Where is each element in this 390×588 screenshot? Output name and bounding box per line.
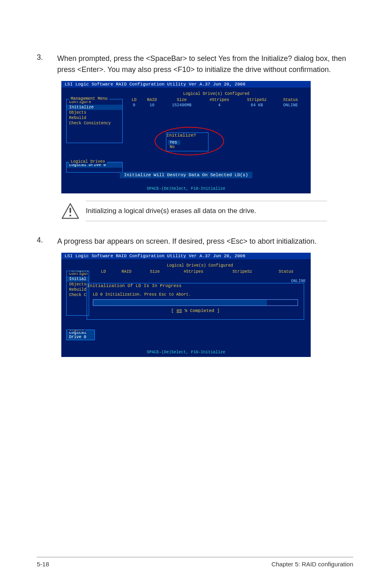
management-menu-label: Management Menu: [67, 271, 89, 273]
management-menu-box: Management Menu Configure Initialize Obj…: [66, 99, 123, 143]
progress-box-title: Initialization Of LD Is In Progress: [87, 283, 304, 288]
bios-screenshot-progress: LSI Logic Software RAID Configuration Ut…: [61, 253, 311, 357]
page-footer: 5-18 Chapter 5: RAID configuration: [37, 557, 353, 568]
initialize-yes-option[interactable]: Yes: [168, 140, 180, 145]
bios-title-bar: LSI Logic Software RAID Configuration Ut…: [61, 253, 311, 259]
bios-help-line: SPACE-(De)Select, F10-Initialize: [61, 186, 311, 193]
progress-percent-number: 85: [177, 308, 182, 313]
col-status: Status: [276, 98, 305, 102]
logical-drives-label: Logica: [67, 330, 85, 332]
table-title: Logical Drive(s) Configured: [94, 263, 306, 268]
step-3: 3. When prompted, press the <SpaceBar> t…: [37, 53, 353, 75]
initialize-dialog: Initialize? Yes No: [166, 132, 208, 151]
col-stripesz: StripeSz: [238, 98, 275, 102]
col-ld: LD: [128, 98, 141, 102]
cell-ld: 0: [128, 103, 141, 108]
col-stripes: #Stripes: [169, 269, 217, 274]
management-menu-box: Management Menu Configure Initial Object…: [66, 271, 89, 316]
col-size: Size: [141, 269, 168, 274]
menu-item-rebuild[interactable]: Rebuild: [67, 287, 89, 292]
col-stripesz: StripeSz: [218, 269, 267, 274]
col-size: Size: [164, 98, 200, 102]
col-ld: LD: [95, 269, 112, 274]
col-raid: RAID: [141, 98, 162, 102]
initialize-dialog-title: Initialize?: [166, 133, 208, 138]
col-stripes: #Stripes: [201, 98, 238, 102]
management-menu-label: Management Menu: [69, 97, 109, 101]
initialization-progress-box: Initialization Of LD Is In Progress LD 0…: [87, 283, 304, 320]
step-number: 3.: [37, 53, 57, 75]
logical-drives-configured-table: Logical Drive(s) Configured LD RAID Size…: [127, 92, 306, 108]
table-row: 0 10 152496MB 4 64 KB ONLINE: [128, 103, 305, 108]
chapter-title: Chapter 5: RAID configuration: [271, 561, 353, 568]
document-page: 3. When prompted, press the <SpaceBar> t…: [0, 0, 390, 588]
logical-drives-box: Logica Logical Drive 0: [66, 330, 95, 340]
col-status: Status: [267, 269, 305, 274]
logical-drives-box: Logical Drives Logical Drive 0: [66, 162, 123, 173]
warning-callout: Initializing a logical drive(s) erases a…: [61, 201, 327, 221]
initialize-no-option[interactable]: No: [168, 145, 208, 149]
step-4: 4. A progress bar appears on screen. If …: [37, 236, 353, 247]
progress-percent-label: [ 85 % Completed ]: [87, 308, 304, 313]
menu-item-check-consistency[interactable]: Check Consistency: [67, 121, 122, 126]
cell-stripesz: 64 KB: [238, 103, 275, 108]
step-text: A progress bar appears on screen. If des…: [57, 236, 353, 247]
warning-icon: [61, 203, 79, 219]
table-header-row: LD RAID Size #Stripes StripeSz Status: [95, 269, 305, 274]
page-number: 5-18: [37, 561, 49, 568]
progress-bar-fill: [93, 300, 267, 305]
progress-line-text: LD 0 Initialization. Press Esc to Abort.: [93, 292, 304, 297]
menu-item-rebuild[interactable]: Rebuild: [67, 115, 122, 121]
bios-title-bar: LSI Logic Software RAID Configuration Ut…: [61, 81, 311, 88]
bios-help-line: SPACE-(De)Select, F10-Initialize: [61, 349, 311, 357]
warning-message: Initialize Will Destroy Data On Selected…: [120, 172, 252, 178]
table-header-row: LD RAID Size #Stripes StripeSz Status: [128, 98, 305, 102]
step-number: 4.: [37, 236, 57, 247]
logical-drives-configured-header: Logical Drive(s) Configured LD RAID Size…: [94, 263, 306, 283]
menu-item-objects[interactable]: Objects: [67, 110, 122, 115]
menu-item-initialize[interactable]: Initialize: [67, 105, 122, 110]
table-title: Logical Drive(s) Configured: [127, 92, 306, 96]
logical-drives-label: Logical Drives: [69, 159, 107, 164]
svg-point-2: [69, 215, 72, 217]
menu-item-check-consistency[interactable]: Check C: [67, 292, 89, 298]
col-raid: RAID: [113, 269, 140, 274]
cell-raid: 10: [141, 103, 162, 108]
cell-status: ONLINE: [276, 103, 305, 108]
progress-percent-suffix: % Completed: [182, 308, 214, 313]
svg-rect-1: [69, 208, 71, 213]
step-text: When prompted, press the <SpaceBar> to s…: [57, 53, 353, 75]
menu-item-objects[interactable]: Objects: [67, 282, 89, 287]
cell-size: 152496MB: [164, 103, 200, 108]
cell-stripes: 4: [201, 103, 238, 108]
progress-bar: [93, 299, 298, 306]
bios-screenshot-initialize-prompt: LSI Logic Software RAID Configuration Ut…: [61, 81, 311, 193]
warning-callout-text: Initializing a logical drive(s) erases a…: [86, 201, 327, 221]
menu-item-initialize[interactable]: Initial: [67, 276, 89, 282]
